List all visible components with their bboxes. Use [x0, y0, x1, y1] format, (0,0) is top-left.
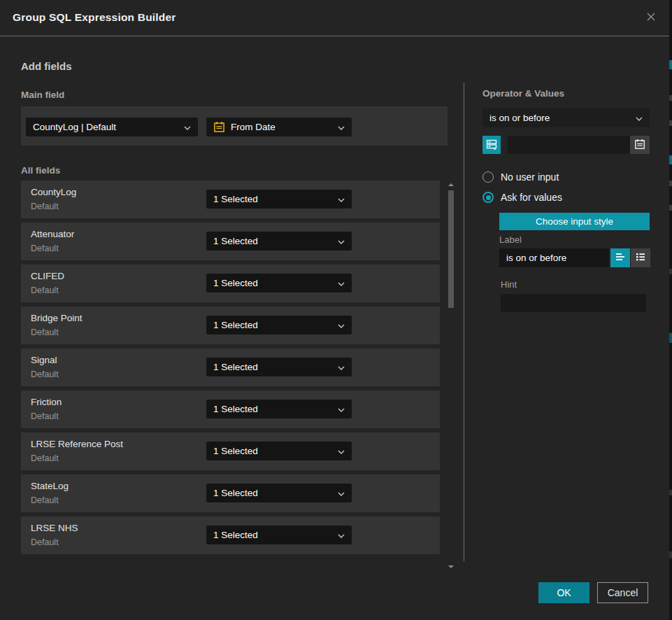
field-row: Attenuator Default 1 Selected	[21, 223, 440, 260]
main-field-container: CountyLog | Default From Date	[21, 106, 448, 146]
date-value-input[interactable]	[508, 136, 630, 154]
field-selection-select[interactable]: 1 Selected	[206, 274, 352, 293]
field-name: Attenuator	[31, 229, 74, 239]
list-scrollbar[interactable]	[448, 181, 455, 571]
field-stack-icon	[486, 139, 497, 152]
field-subtitle: Default	[31, 244, 59, 253]
scrollbar-up-arrow-icon[interactable]	[448, 183, 454, 186]
all-fields-heading: All fields	[21, 165, 60, 176]
close-icon	[645, 10, 657, 26]
field-selection-select[interactable]: 1 Selected	[206, 190, 352, 209]
panel-divider	[464, 83, 464, 561]
background-app-edge	[669, 0, 672, 620]
chevron-down-icon	[338, 446, 345, 456]
align-left-icon	[615, 251, 626, 265]
bulleted-list-icon	[635, 251, 646, 265]
radio-no-user-input[interactable]: No user input	[482, 171, 559, 183]
operator-select[interactable]: is on or before	[482, 108, 650, 127]
radio-ask-for-values[interactable]: Ask for values	[482, 192, 562, 203]
field-row: CLIFED Default 1 Selected	[21, 265, 440, 302]
field-selection-select[interactable]: 1 Selected	[206, 442, 352, 460]
group-sql-expression-builder-dialog: Group SQL Expression Builder Add fields …	[0, 0, 669, 620]
calendar-icon	[634, 139, 645, 152]
field-row: Friction Default 1 Selected	[21, 390, 440, 428]
field-select[interactable]: From Date	[206, 118, 352, 136]
date-value-field	[508, 136, 650, 154]
chevron-down-icon	[338, 488, 345, 498]
field-subtitle: Default	[31, 327, 59, 337]
main-field-heading: Main field	[21, 90, 64, 100]
field-row: LRSE Reference Post Default 1 Selected	[21, 432, 440, 470]
chevron-down-icon	[636, 113, 643, 123]
operator-select-value: is on or before	[489, 113, 631, 123]
selection-count: 1 Selected	[213, 194, 334, 204]
single-line-style-button[interactable]	[610, 248, 630, 267]
field-subtitle: Default	[31, 286, 59, 295]
field-subtitle: Default	[31, 495, 59, 505]
screen: Group SQL Expression Builder Add fields …	[0, 0, 672, 620]
ok-button[interactable]: OK	[538, 582, 589, 603]
selection-count: 1 Selected	[213, 530, 334, 540]
field-subtitle: Default	[31, 411, 59, 421]
selection-count: 1 Selected	[213, 488, 334, 498]
dialog-title: Group SQL Expression Builder	[13, 11, 176, 24]
selection-count: 1 Selected	[213, 446, 334, 456]
field-name: Bridge Point	[31, 313, 83, 323]
chevron-down-icon	[338, 194, 345, 204]
field-name: Signal	[31, 355, 57, 365]
field-subtitle: Default	[31, 537, 59, 547]
chevron-down-icon	[338, 362, 345, 372]
all-fields-list: CountyLog Default 1 Selected Attenuator …	[21, 181, 440, 558]
scrollbar-thumb[interactable]	[448, 190, 454, 308]
date-field-calendar-icon	[213, 121, 225, 133]
field-selection-select[interactable]: 1 Selected	[206, 232, 352, 251]
field-name: StateLog	[31, 481, 69, 491]
radio-label: Ask for values	[501, 192, 562, 203]
chevron-down-icon	[338, 278, 345, 288]
radio-icon	[482, 171, 494, 183]
field-selection-select[interactable]: 1 Selected	[206, 526, 352, 544]
chevron-down-icon	[184, 122, 191, 132]
field-name: LRSE NHS	[31, 523, 78, 533]
field-row: CountyLog Default 1 Selected	[21, 181, 440, 218]
selection-count: 1 Selected	[213, 320, 334, 330]
field-name: Friction	[31, 397, 62, 407]
date-picker-button[interactable]	[630, 136, 650, 154]
selection-count: 1 Selected	[213, 236, 334, 246]
layer-select-value: CountyLog | Default	[33, 122, 180, 132]
label-input[interactable]	[499, 248, 609, 267]
radio-selected-icon	[482, 192, 494, 203]
chevron-down-icon	[338, 530, 345, 540]
close-button[interactable]	[643, 10, 659, 27]
field-selection-select[interactable]: 1 Selected	[206, 316, 352, 334]
chevron-down-icon	[338, 320, 345, 330]
field-selection-select[interactable]: 1 Selected	[206, 484, 352, 502]
field-subtitle: Default	[31, 202, 59, 211]
selection-count: 1 Selected	[213, 362, 334, 372]
field-name: CLIFED	[31, 271, 64, 281]
add-fields-heading: Add fields	[21, 60, 72, 72]
selection-count: 1 Selected	[213, 404, 334, 414]
dialog-titlebar: Group SQL Expression Builder	[0, 0, 669, 36]
field-name: LRSE Reference Post	[31, 439, 123, 449]
chevron-down-icon	[338, 236, 345, 246]
selection-count: 1 Selected	[213, 278, 334, 288]
choose-input-style-button[interactable]: Choose input style	[499, 213, 650, 230]
field-row: Signal Default 1 Selected	[21, 348, 440, 386]
operator-values-heading: Operator & Values	[482, 88, 564, 99]
layer-select[interactable]: CountyLog | Default	[26, 118, 198, 136]
chevron-down-icon	[338, 122, 345, 132]
hint-input[interactable]	[501, 294, 646, 312]
list-style-button[interactable]	[631, 248, 650, 267]
field-selection-select[interactable]: 1 Selected	[206, 400, 352, 418]
field-subtitle: Default	[31, 453, 59, 463]
field-subtitle: Default	[31, 369, 59, 379]
field-name: CountyLog	[31, 187, 76, 197]
field-selection-select[interactable]: 1 Selected	[206, 358, 352, 376]
value-source-toggle-button[interactable]	[482, 136, 501, 154]
field-select-value: From Date	[231, 122, 334, 132]
hint-caption: Hint	[501, 279, 517, 290]
scrollbar-down-arrow-icon[interactable]	[448, 565, 454, 568]
cancel-button[interactable]: Cancel	[597, 582, 648, 603]
field-row: LRSE NHS Default 1 Selected	[21, 516, 440, 554]
